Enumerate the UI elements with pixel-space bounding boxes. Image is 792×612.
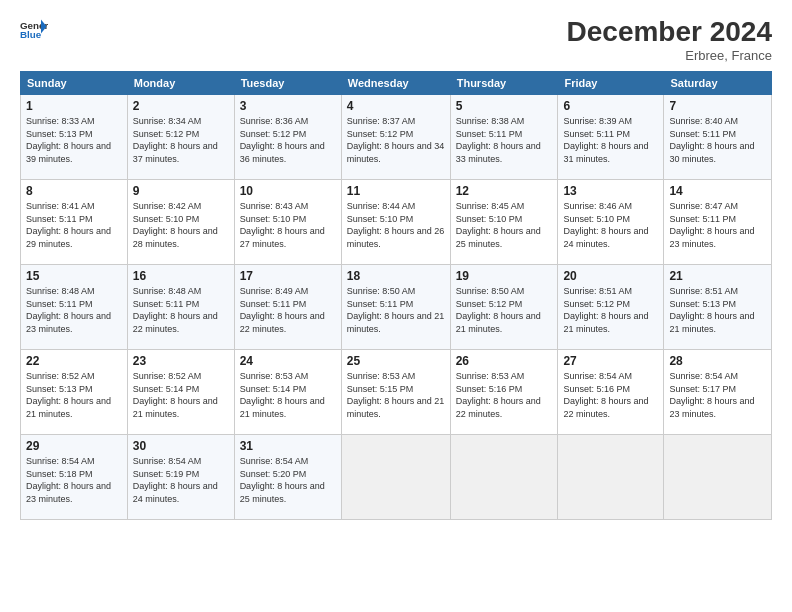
day-detail: Sunrise: 8:53 AMSunset: 5:14 PMDaylight:… <box>240 371 325 419</box>
day-number: 6 <box>563 99 658 113</box>
day-detail: Sunrise: 8:53 AMSunset: 5:16 PMDaylight:… <box>456 371 541 419</box>
col-wednesday: Wednesday <box>341 72 450 95</box>
day-detail: Sunrise: 8:47 AMSunset: 5:11 PMDaylight:… <box>669 201 754 249</box>
calendar-table: Sunday Monday Tuesday Wednesday Thursday… <box>20 71 772 520</box>
table-row: 7 Sunrise: 8:40 AMSunset: 5:11 PMDayligh… <box>664 95 772 180</box>
calendar-week-row: 8 Sunrise: 8:41 AMSunset: 5:11 PMDayligh… <box>21 180 772 265</box>
day-number: 24 <box>240 354 336 368</box>
calendar-week-row: 22 Sunrise: 8:52 AMSunset: 5:13 PMDaylig… <box>21 350 772 435</box>
day-detail: Sunrise: 8:37 AMSunset: 5:12 PMDaylight:… <box>347 116 445 164</box>
day-detail: Sunrise: 8:42 AMSunset: 5:10 PMDaylight:… <box>133 201 218 249</box>
day-number: 30 <box>133 439 229 453</box>
month-title: December 2024 <box>567 16 772 48</box>
table-row: 14 Sunrise: 8:47 AMSunset: 5:11 PMDaylig… <box>664 180 772 265</box>
table-row: 30 Sunrise: 8:54 AMSunset: 5:19 PMDaylig… <box>127 435 234 520</box>
day-number: 4 <box>347 99 445 113</box>
day-detail: Sunrise: 8:54 AMSunset: 5:18 PMDaylight:… <box>26 456 111 504</box>
calendar-week-row: 1 Sunrise: 8:33 AMSunset: 5:13 PMDayligh… <box>21 95 772 180</box>
table-row: 27 Sunrise: 8:54 AMSunset: 5:16 PMDaylig… <box>558 350 664 435</box>
day-detail: Sunrise: 8:43 AMSunset: 5:10 PMDaylight:… <box>240 201 325 249</box>
day-number: 21 <box>669 269 766 283</box>
table-row: 6 Sunrise: 8:39 AMSunset: 5:11 PMDayligh… <box>558 95 664 180</box>
table-row: 10 Sunrise: 8:43 AMSunset: 5:10 PMDaylig… <box>234 180 341 265</box>
day-detail: Sunrise: 8:46 AMSunset: 5:10 PMDaylight:… <box>563 201 648 249</box>
table-row: 12 Sunrise: 8:45 AMSunset: 5:10 PMDaylig… <box>450 180 558 265</box>
day-number: 19 <box>456 269 553 283</box>
day-detail: Sunrise: 8:52 AMSunset: 5:13 PMDaylight:… <box>26 371 111 419</box>
day-number: 10 <box>240 184 336 198</box>
day-number: 15 <box>26 269 122 283</box>
title-block: December 2024 Erbree, France <box>567 16 772 63</box>
day-detail: Sunrise: 8:41 AMSunset: 5:11 PMDaylight:… <box>26 201 111 249</box>
col-saturday: Saturday <box>664 72 772 95</box>
day-number: 23 <box>133 354 229 368</box>
table-row: 25 Sunrise: 8:53 AMSunset: 5:15 PMDaylig… <box>341 350 450 435</box>
col-sunday: Sunday <box>21 72 128 95</box>
table-row: 23 Sunrise: 8:52 AMSunset: 5:14 PMDaylig… <box>127 350 234 435</box>
day-number: 17 <box>240 269 336 283</box>
day-detail: Sunrise: 8:53 AMSunset: 5:15 PMDaylight:… <box>347 371 445 419</box>
day-detail: Sunrise: 8:51 AMSunset: 5:13 PMDaylight:… <box>669 286 754 334</box>
calendar-week-row: 15 Sunrise: 8:48 AMSunset: 5:11 PMDaylig… <box>21 265 772 350</box>
day-detail: Sunrise: 8:54 AMSunset: 5:19 PMDaylight:… <box>133 456 218 504</box>
page: General Blue December 2024 Erbree, Franc… <box>0 0 792 612</box>
table-row: 24 Sunrise: 8:53 AMSunset: 5:14 PMDaylig… <box>234 350 341 435</box>
day-detail: Sunrise: 8:51 AMSunset: 5:12 PMDaylight:… <box>563 286 648 334</box>
header: General Blue December 2024 Erbree, Franc… <box>20 16 772 63</box>
day-detail: Sunrise: 8:50 AMSunset: 5:11 PMDaylight:… <box>347 286 445 334</box>
table-row: 31 Sunrise: 8:54 AMSunset: 5:20 PMDaylig… <box>234 435 341 520</box>
day-number: 13 <box>563 184 658 198</box>
col-thursday: Thursday <box>450 72 558 95</box>
day-detail: Sunrise: 8:36 AMSunset: 5:12 PMDaylight:… <box>240 116 325 164</box>
location: Erbree, France <box>567 48 772 63</box>
day-detail: Sunrise: 8:49 AMSunset: 5:11 PMDaylight:… <box>240 286 325 334</box>
day-number: 1 <box>26 99 122 113</box>
table-row: 5 Sunrise: 8:38 AMSunset: 5:11 PMDayligh… <box>450 95 558 180</box>
day-number: 28 <box>669 354 766 368</box>
day-detail: Sunrise: 8:40 AMSunset: 5:11 PMDaylight:… <box>669 116 754 164</box>
day-number: 12 <box>456 184 553 198</box>
table-row: 11 Sunrise: 8:44 AMSunset: 5:10 PMDaylig… <box>341 180 450 265</box>
day-number: 31 <box>240 439 336 453</box>
col-tuesday: Tuesday <box>234 72 341 95</box>
day-detail: Sunrise: 8:34 AMSunset: 5:12 PMDaylight:… <box>133 116 218 164</box>
calendar-header-row: Sunday Monday Tuesday Wednesday Thursday… <box>21 72 772 95</box>
day-detail: Sunrise: 8:54 AMSunset: 5:16 PMDaylight:… <box>563 371 648 419</box>
table-row: 9 Sunrise: 8:42 AMSunset: 5:10 PMDayligh… <box>127 180 234 265</box>
table-row <box>664 435 772 520</box>
col-monday: Monday <box>127 72 234 95</box>
table-row: 2 Sunrise: 8:34 AMSunset: 5:12 PMDayligh… <box>127 95 234 180</box>
day-detail: Sunrise: 8:54 AMSunset: 5:17 PMDaylight:… <box>669 371 754 419</box>
logo: General Blue <box>20 16 48 44</box>
table-row: 28 Sunrise: 8:54 AMSunset: 5:17 PMDaylig… <box>664 350 772 435</box>
day-detail: Sunrise: 8:38 AMSunset: 5:11 PMDaylight:… <box>456 116 541 164</box>
day-detail: Sunrise: 8:44 AMSunset: 5:10 PMDaylight:… <box>347 201 445 249</box>
day-detail: Sunrise: 8:50 AMSunset: 5:12 PMDaylight:… <box>456 286 541 334</box>
col-friday: Friday <box>558 72 664 95</box>
day-number: 11 <box>347 184 445 198</box>
table-row: 19 Sunrise: 8:50 AMSunset: 5:12 PMDaylig… <box>450 265 558 350</box>
table-row: 4 Sunrise: 8:37 AMSunset: 5:12 PMDayligh… <box>341 95 450 180</box>
day-number: 8 <box>26 184 122 198</box>
day-number: 2 <box>133 99 229 113</box>
day-number: 16 <box>133 269 229 283</box>
table-row <box>450 435 558 520</box>
svg-text:Blue: Blue <box>20 29 42 40</box>
day-detail: Sunrise: 8:52 AMSunset: 5:14 PMDaylight:… <box>133 371 218 419</box>
day-number: 29 <box>26 439 122 453</box>
table-row: 18 Sunrise: 8:50 AMSunset: 5:11 PMDaylig… <box>341 265 450 350</box>
table-row: 13 Sunrise: 8:46 AMSunset: 5:10 PMDaylig… <box>558 180 664 265</box>
day-number: 14 <box>669 184 766 198</box>
table-row: 26 Sunrise: 8:53 AMSunset: 5:16 PMDaylig… <box>450 350 558 435</box>
table-row <box>558 435 664 520</box>
day-number: 22 <box>26 354 122 368</box>
day-number: 7 <box>669 99 766 113</box>
day-number: 26 <box>456 354 553 368</box>
day-detail: Sunrise: 8:39 AMSunset: 5:11 PMDaylight:… <box>563 116 648 164</box>
table-row <box>341 435 450 520</box>
day-number: 25 <box>347 354 445 368</box>
day-detail: Sunrise: 8:48 AMSunset: 5:11 PMDaylight:… <box>133 286 218 334</box>
day-number: 27 <box>563 354 658 368</box>
table-row: 21 Sunrise: 8:51 AMSunset: 5:13 PMDaylig… <box>664 265 772 350</box>
day-detail: Sunrise: 8:48 AMSunset: 5:11 PMDaylight:… <box>26 286 111 334</box>
